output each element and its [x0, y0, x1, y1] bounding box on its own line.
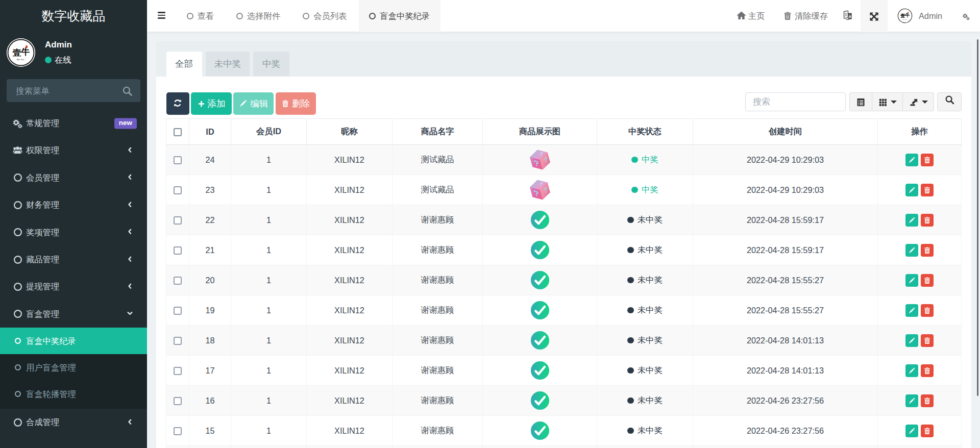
svg-text:壹: 壹 — [12, 48, 21, 58]
svg-text:牛: 牛 — [904, 13, 910, 18]
svg-text:A: A — [848, 14, 851, 19]
svg-text:Bet You: Bet You — [903, 19, 908, 20]
svg-text:壹: 壹 — [900, 13, 905, 18]
svg-text:文: 文 — [844, 12, 848, 17]
svg-text:牛: 牛 — [20, 47, 30, 57]
svg-text:Bet You: Bet You — [17, 58, 24, 61]
